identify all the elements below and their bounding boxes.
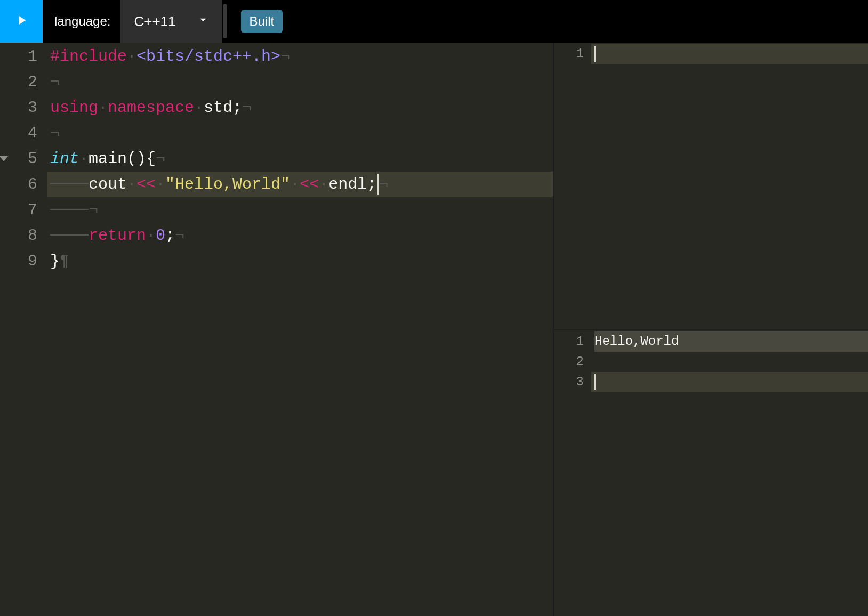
code-token: <bits/stdc++.h> — [136, 44, 280, 69]
code-line[interactable]: }¶ — [47, 248, 553, 274]
code-token: ──── — [50, 223, 89, 248]
code-token: << — [300, 172, 319, 197]
language-selected: C++11 — [134, 13, 175, 30]
line-number: 1 — [554, 331, 584, 352]
code-line[interactable]: ────cout·<<·"Hello,World"·<<·endl;¬ — [47, 172, 553, 197]
code-token: ──── — [50, 172, 89, 197]
right-column: 1 123 Hello,World — [553, 43, 868, 616]
code-token: namespace — [108, 95, 194, 120]
language-select[interactable]: C++11 — [120, 0, 221, 43]
code-token: ────¬ — [50, 197, 98, 223]
line-number: 2 — [554, 352, 584, 372]
line-number: 1 — [554, 44, 584, 64]
code-token: ¬ — [175, 223, 184, 248]
code-token: ; — [165, 223, 175, 248]
run-button[interactable] — [0, 0, 43, 43]
code-token: · — [127, 44, 136, 69]
code-token: · — [319, 172, 328, 197]
code-token: ¬ — [50, 120, 60, 146]
code-token: << — [136, 172, 156, 197]
line-number: 4 — [0, 120, 37, 146]
line-number: 5 — [0, 146, 37, 172]
code-token: · — [194, 95, 204, 120]
line-number: 3 — [554, 372, 584, 392]
code-editor[interactable]: 123456789 #include·<bits/stdc++.h>¬¬usin… — [0, 43, 553, 616]
output-gutter: 123 — [554, 330, 591, 616]
text-cursor — [594, 46, 596, 62]
code-token: std — [204, 95, 232, 120]
input-content[interactable] — [591, 43, 868, 329]
code-token: cout — [89, 172, 127, 197]
code-token: ; — [232, 95, 242, 120]
code-line[interactable]: #include·<bits/stdc++.h>¬ — [47, 44, 553, 69]
toolbar-divider — [222, 0, 236, 43]
code-token: · — [290, 172, 300, 197]
code-token: main — [89, 146, 127, 172]
panel-line — [591, 372, 868, 392]
toolbar: language: C++11 Built — [0, 0, 868, 43]
code-token: } — [50, 248, 60, 274]
code-token: 0 — [156, 223, 165, 248]
panel-line — [591, 352, 868, 372]
code-token: "Hello,World" — [165, 172, 290, 197]
code-token: return — [89, 223, 146, 248]
fold-marker-icon[interactable] — [0, 156, 8, 161]
code-token: ¶ — [60, 248, 69, 274]
code-token: · — [98, 95, 108, 120]
code-line[interactable]: using·namespace·std;¬ — [47, 95, 553, 120]
line-number: 3 — [0, 95, 37, 120]
chevron-down-icon — [196, 13, 210, 30]
panel-line — [591, 44, 868, 64]
workspace: 123456789 #include·<bits/stdc++.h>¬¬usin… — [0, 43, 868, 616]
play-icon — [14, 13, 29, 30]
code-token: endl — [328, 172, 367, 197]
editor-gutter: 123456789 — [0, 43, 47, 616]
code-token: using — [50, 95, 98, 120]
code-line[interactable]: int·main(){¬ — [47, 146, 553, 172]
code-line[interactable]: ¬ — [47, 69, 553, 95]
code-line[interactable]: ────¬ — [47, 197, 553, 223]
built-button[interactable]: Built — [241, 10, 283, 33]
line-number: 8 — [0, 223, 37, 248]
code-token: ¬ — [280, 44, 290, 69]
code-token: ; — [367, 172, 376, 197]
code-token: int — [50, 146, 79, 172]
line-number: 6 — [0, 172, 37, 197]
input-gutter: 1 — [554, 43, 591, 329]
code-token: ¬ — [242, 95, 252, 120]
code-token: · — [127, 172, 136, 197]
code-token: (){ — [127, 146, 156, 172]
line-number: 1 — [0, 44, 37, 69]
code-line[interactable]: ────return·0;¬ — [47, 223, 553, 248]
line-number: 7 — [0, 197, 37, 223]
language-label: language: — [43, 0, 120, 43]
output-panel[interactable]: 123 Hello,World — [554, 330, 868, 616]
code-token: ¬ — [156, 146, 165, 172]
line-number: 2 — [0, 69, 37, 95]
code-token: · — [79, 146, 89, 172]
built-button-wrap: Built — [236, 0, 283, 43]
code-token: · — [156, 172, 165, 197]
code-token: #include — [50, 44, 127, 69]
editor-code[interactable]: #include·<bits/stdc++.h>¬¬using·namespac… — [47, 43, 553, 616]
code-token: · — [146, 223, 156, 248]
panel-line: Hello,World — [591, 331, 868, 352]
code-token: ¬ — [50, 69, 60, 95]
input-panel[interactable]: 1 — [554, 43, 868, 330]
output-text: Hello,World — [594, 331, 868, 352]
line-number: 9 — [0, 248, 37, 274]
text-cursor — [594, 374, 596, 390]
output-content: Hello,World — [591, 330, 868, 616]
code-token: ¬ — [379, 172, 388, 197]
code-line[interactable]: ¬ — [47, 120, 553, 146]
